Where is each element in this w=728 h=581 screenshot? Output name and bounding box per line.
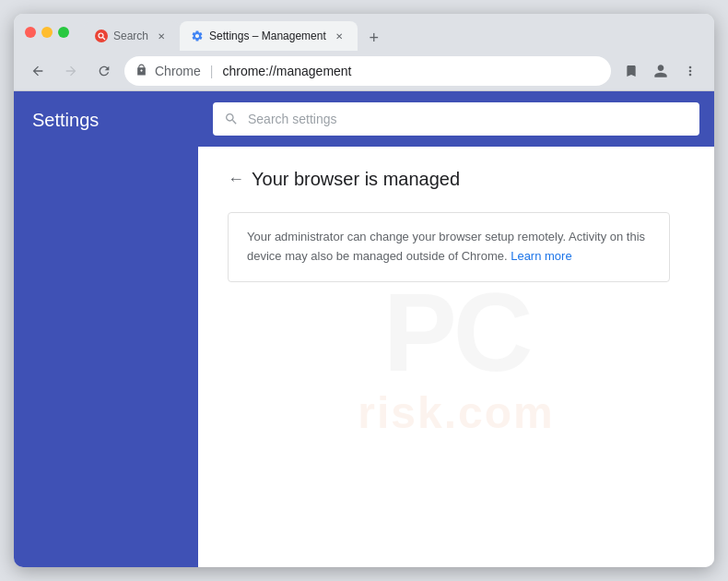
tab-search[interactable]: Search ✕ [84,21,180,51]
settings-tab-close[interactable]: ✕ [332,29,346,43]
sidebar-title: Settings [14,110,198,146]
search-favicon-icon [98,32,106,41]
address-bar[interactable]: Chrome | chrome://management [124,56,611,86]
tab-settings-management[interactable]: Settings – Management ✕ [180,21,358,51]
account-button[interactable] [648,58,674,84]
settings-search-container[interactable]: Search settings [213,102,699,136]
bookmark-button[interactable] [618,58,644,84]
settings-tab-label: Settings – Management [209,30,326,42]
address-separator: | [210,64,214,78]
breadcrumb-row: ← Your browser is managed [228,169,685,190]
search-tab-label: Search [113,30,148,42]
notice-text: Your administrator can change your brows… [247,230,645,263]
menu-button[interactable] [677,58,703,84]
search-settings-placeholder: Search settings [248,112,337,126]
watermark: PC risk.com [358,277,554,438]
settings-content: PC risk.com ← Your browser is managed Yo… [198,147,714,567]
chrome-label: Chrome [155,64,201,78]
search-tab-favicon [95,30,108,42]
search-icon [224,112,239,126]
learn-more-link[interactable]: Learn more [511,249,571,263]
nav-right-buttons [618,58,703,84]
maximize-button[interactable] [58,27,69,38]
svg-point-0 [99,33,103,38]
minimize-button[interactable] [41,27,53,38]
browser-content: Settings Search settings PC risk.com [14,91,714,567]
back-button[interactable] [25,58,51,84]
search-tab-close[interactable]: ✕ [154,29,169,43]
lock-icon [135,64,147,78]
title-bar: Search ✕ Settings – Management ✕ + [14,14,714,51]
forward-button[interactable] [58,58,84,84]
sidebar: Settings [14,91,198,567]
settings-search-bar: Search settings [198,91,714,147]
settings-tab-favicon [191,30,204,42]
svg-line-1 [102,37,105,40]
management-notice: Your administrator can change your brows… [228,212,670,282]
nav-bar: Chrome | chrome://management [14,51,714,91]
close-button[interactable] [25,27,36,38]
address-url: chrome://management [222,64,351,78]
watermark-risk: risk.com [358,387,554,438]
new-tab-button[interactable]: + [361,25,387,51]
traffic-lights [25,27,69,38]
watermark-pc: PC [358,277,554,387]
back-arrow-button[interactable]: ← [228,170,244,189]
tab-bar: Search ✕ Settings – Management ✕ + [84,14,703,51]
browser-window: Search ✕ Settings – Management ✕ + [14,14,714,567]
main-area: Search settings PC risk.com ← Your brows… [198,91,714,567]
page-heading: Your browser is managed [252,169,460,190]
reload-button[interactable] [91,58,117,84]
